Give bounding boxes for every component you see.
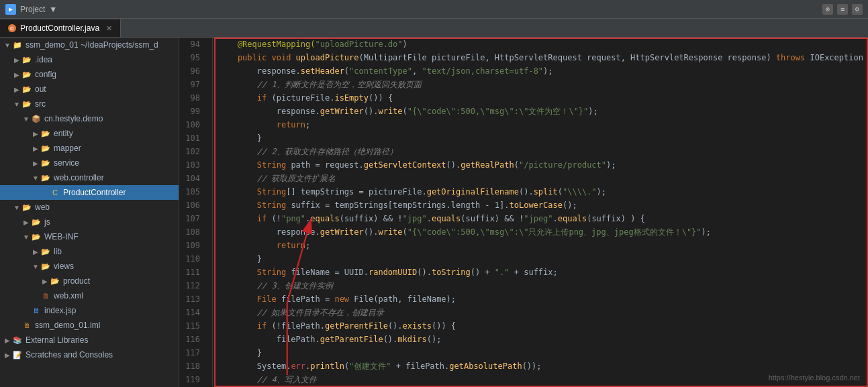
structure-button[interactable]: ≡ (837, 4, 848, 15)
arrow-config: ▶ (12, 70, 21, 79)
code-line-95: @ public void uploadPicture(MultipartFil… (213, 51, 868, 64)
sidebar-label-service: service (54, 158, 79, 168)
sidebar-item-index-jsp[interactable]: 🗎 index.jsp (0, 303, 179, 318)
tab-label: ProductController.java (20, 23, 99, 33)
line-numbers: 94 95 96 97 98 99 100 101 102 103 104 10… (179, 38, 213, 387)
sidebar-item-idea[interactable]: ▶ 📂 .idea (0, 52, 179, 67)
line-num-118: 118 (179, 360, 205, 373)
arrow-web-xml (31, 291, 40, 300)
line-num-109: 109 (179, 239, 205, 252)
code-line-114: // 如果文件目录不存在，创建目录 (213, 306, 868, 319)
entity-folder-icon: 📂 (40, 128, 51, 139)
arrow-external-libs: ▶ (3, 335, 12, 345)
arrow-entity: ▶ (31, 129, 40, 138)
line-num-97: 97 (179, 78, 205, 91)
sidebar-item-web[interactable]: ▼ 📂 web (0, 200, 179, 215)
title-bar-left: ▶ Project ▼ (5, 4, 57, 15)
sidebar-item-views[interactable]: ▼ 📂 views (0, 259, 179, 274)
arrow-ssm-iml (12, 321, 21, 330)
sidebar-item-lib[interactable]: ▶ 📂 lib (0, 244, 179, 259)
arrow-web: ▼ (12, 203, 21, 212)
sidebar-label-entity: entity (54, 129, 73, 138)
sidebar-item-service[interactable]: ▶ 📂 service (0, 156, 179, 170)
code-line-115: if (!filePath.getParentFile().exists()) … (213, 319, 868, 333)
scratches-icon: 📝 (12, 349, 23, 360)
sidebar-item-src[interactable]: ▼ 📂 src (0, 97, 179, 111)
line-num-96: 96 (179, 64, 205, 78)
sidebar-item-config[interactable]: ▶ 📂 config (0, 67, 179, 82)
line-num-95: 95 (179, 51, 205, 64)
code-line-104: // 获取原文件扩展名 (213, 172, 868, 185)
line-num-102: 102 (179, 145, 205, 158)
sidebar-item-entity[interactable]: ▶ 📂 entity (0, 126, 179, 141)
tab-product-controller[interactable]: C ProductController.java ✕ (0, 19, 121, 37)
project-icon: ▶ (5, 4, 16, 15)
new-file-button[interactable]: ⊕ (822, 4, 833, 15)
sidebar-item-web-xml[interactable]: 🗎 web.xml (0, 288, 179, 303)
sidebar-label-mapper: mapper (54, 144, 81, 153)
line-num-94: 94 (179, 38, 205, 51)
title-bar: ▶ Project ▼ ⊕ ≡ ⚙ (0, 0, 868, 19)
sidebar-label-cn-hestyle: cn.hestyle.demo (44, 114, 103, 123)
sidebar-item-cn-hestyle[interactable]: ▼ 📦 cn.hestyle.demo (0, 111, 179, 126)
annotation-94: @RequestMapping( (218, 38, 316, 51)
sidebar-item-out[interactable]: ▶ 📂 out (0, 82, 179, 97)
arrow-scratches: ▶ (3, 350, 12, 360)
out-folder-icon: 📂 (21, 84, 32, 95)
sidebar-item-external-libs[interactable]: ▶ 📚 External Libraries (0, 333, 179, 347)
line-num-100: 100 (179, 118, 205, 131)
code-line-113: File filePath = new File(path, fileName)… (213, 292, 868, 306)
sidebar-item-ssm-iml[interactable]: 🗎 ssm_demo_01.iml (0, 318, 179, 333)
sidebar: ▼ 📁 ssm_demo_01 ~/IdeaProjects/ssm_d ▶ 📂… (0, 38, 179, 387)
code-line-106: String suffix = tempStrings[tempStrings.… (213, 199, 868, 212)
external-libs-icon: 📚 (12, 335, 23, 345)
sidebar-label-js: js (44, 217, 50, 227)
code-line-94: @RequestMapping("uploadPicture.do") (213, 38, 868, 51)
line-num-104: 104 (179, 172, 205, 185)
sidebar-label-external-libs: External Libraries (26, 335, 88, 345)
line-num-111: 111 (179, 266, 205, 279)
web-controller-folder-icon: 📂 (40, 172, 51, 183)
code-line-100: return; (213, 118, 868, 131)
sidebar-item-web-controller[interactable]: ▼ 📂 web.controller (0, 170, 179, 185)
arrow-product-folder: ▶ (40, 276, 50, 286)
arrow-ssm-demo-01: ▼ (3, 40, 12, 50)
sidebar-item-product-folder[interactable]: ▶ 📂 product (0, 274, 179, 288)
code-line-112: // 3、创建文件实例 (213, 279, 868, 292)
arrow-web-inf: ▼ (21, 232, 31, 241)
tab-close-icon[interactable]: ✕ (106, 24, 112, 33)
sidebar-item-scratches[interactable]: ▶ 📝 Scratches and Consoles (0, 347, 179, 362)
code-line-107: if (!"png".equals(suffix) && !"jpg".equa… (213, 212, 868, 225)
code-line-98: if (pictureFile.isEmpty()) { (213, 91, 868, 105)
code-content[interactable]: @RequestMapping("uploadPicture.do") @ pu… (213, 38, 868, 387)
arrow-index-jsp (21, 306, 31, 315)
ssm-iml-icon: 🗎 (21, 320, 32, 331)
sidebar-item-js[interactable]: ▶ 📂 js (0, 215, 179, 229)
product-folder-icon: 📂 (50, 276, 60, 286)
sidebar-item-mapper[interactable]: ▶ 📂 mapper (0, 141, 179, 156)
code-line-117: } (213, 346, 868, 360)
sidebar-item-web-inf[interactable]: ▼ 📂 WEB-INF (0, 229, 179, 244)
sidebar-label-web-xml: web.xml (54, 291, 83, 300)
mapper-folder-icon: 📂 (40, 143, 51, 154)
sidebar-label-idea: .idea (35, 55, 52, 64)
sidebar-item-product-controller[interactable]: C ProductController (0, 185, 179, 200)
line-num-107: 107 (179, 212, 205, 225)
line-num-103: 103 (179, 158, 205, 172)
settings-button[interactable]: ⚙ (852, 4, 863, 15)
line-num-99: 99 (179, 105, 205, 118)
sidebar-label-product-folder: product (63, 276, 90, 286)
sidebar-label-ssm-iml: ssm_demo_01.iml (35, 321, 100, 330)
web-inf-folder-icon: 📂 (31, 231, 42, 242)
java-file-icon: C (8, 24, 16, 32)
code-line-116: filePath.getParentFile().mkdirs(); (213, 333, 868, 346)
line-num-117: 117 (179, 346, 205, 360)
tab-bar: C ProductController.java ✕ (0, 19, 868, 38)
sidebar-label-web-controller: web.controller (54, 173, 104, 182)
sidebar-item-ssm-demo-01[interactable]: ▼ 📁 ssm_demo_01 ~/IdeaProjects/ssm_d (0, 38, 179, 52)
sidebar-label-ssm-demo-01: ssm_demo_01 ~/IdeaProjects/ssm_d (26, 40, 158, 50)
sidebar-label-src: src (35, 99, 46, 109)
code-line-110: } (213, 252, 868, 266)
dropdown-arrow[interactable]: ▼ (49, 5, 57, 14)
sidebar-label-views: views (54, 262, 74, 271)
